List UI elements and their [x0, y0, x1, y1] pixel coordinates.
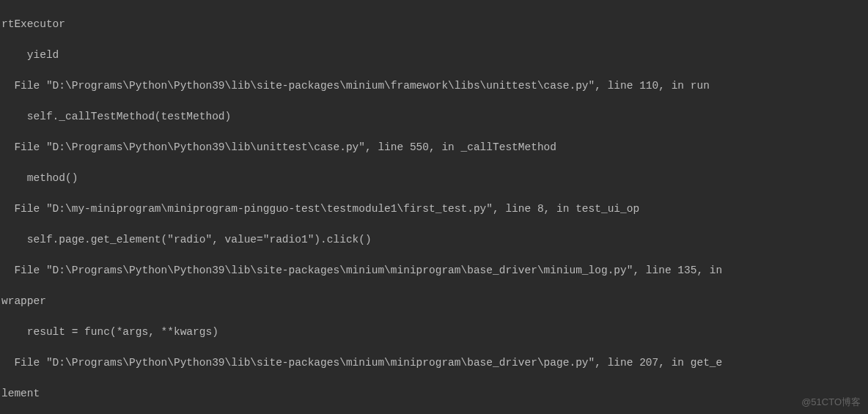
watermark: @51CTO博客 [801, 396, 861, 410]
traceback-line: method() [1, 171, 868, 186]
traceback-line: rtExecutor [1, 17, 868, 32]
traceback-line: lement [1, 386, 868, 402]
traceback-line: File "D:\Programs\Python\Python39\lib\un… [1, 140, 868, 155]
traceback-line: File "D:\Programs\Python\Python39\lib\si… [1, 78, 868, 94]
traceback-line: self._callTestMethod(testMethod) [1, 109, 868, 125]
traceback-line: File "D:\my-miniprogram\miniprogram-ping… [1, 202, 868, 217]
traceback-line: wrapper [1, 294, 868, 309]
traceback-line: File "D:\Programs\Python\Python39\lib\si… [1, 355, 868, 371]
traceback-line: yield [1, 48, 868, 63]
traceback-line: self.page.get_element("radio", value="ra… [1, 232, 868, 248]
traceback-line: result = func(*args, **kwargs) [1, 325, 868, 340]
traceback-line: File "D:\Programs\Python\Python39\lib\si… [1, 263, 868, 278]
traceback-output: rtExecutor yield File "D:\Programs\Pytho… [0, 1, 868, 414]
